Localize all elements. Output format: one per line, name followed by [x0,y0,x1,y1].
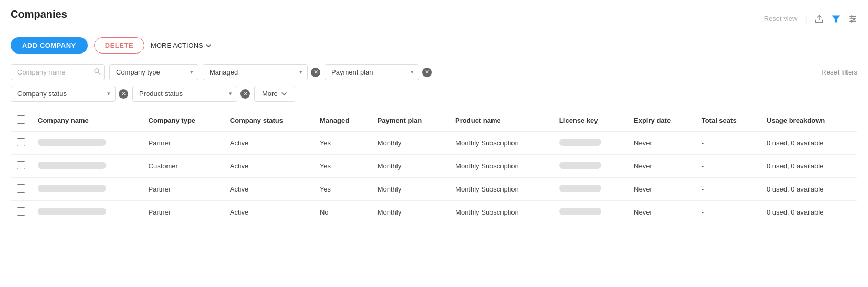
col-company-status: Company status [224,110,313,131]
cell-company-name [32,131,142,155]
col-usage-breakdown: Usage breakdown [760,110,857,131]
product-status-filter: Product status Active Inactive ▾ [132,86,237,102]
page-title: Companies [11,8,67,20]
col-product-name: Product name [449,110,553,131]
add-company-button[interactable]: ADD COMPANY [11,37,88,54]
cell-company-type: Partner [142,201,224,224]
filter-icon [831,14,841,24]
company-status-select[interactable]: Company status Active Inactive [11,86,116,102]
product-status-select[interactable]: Product status Active Inactive [132,86,237,102]
company-status-clear-button[interactable]: ✕ [119,89,128,99]
export-icon [814,14,824,24]
cell-company-status: Active [224,178,313,201]
cell-company-status: Active [224,131,313,155]
export-icon-button[interactable] [814,14,824,24]
col-expiry-date: Expiry date [628,110,695,131]
divider: | [804,13,807,24]
cell-expiry-date: Never [628,131,695,155]
cell-total-seats: - [695,178,760,201]
row-checkbox[interactable] [17,207,25,216]
svg-point-5 [851,16,852,17]
cell-company-name [32,155,142,178]
col-company-type: Company type [142,110,224,131]
cell-managed: No [313,201,371,224]
more-filters-button[interactable]: More [254,86,295,102]
managed-filter: Managed Yes No ▾ [203,64,308,80]
col-license-key: License key [553,110,628,131]
cell-product-name: Monthly Subscription [449,131,553,155]
companies-table: Company name Company type Company status… [11,110,857,224]
delete-button[interactable]: DELETE [94,37,144,54]
payment-plan-filter: Payment plan Monthly Annual ▾ [325,64,419,80]
more-chevron-icon [281,91,287,97]
row-checkbox[interactable] [17,184,25,193]
cell-license-key [553,155,628,178]
managed-clear-button[interactable]: ✕ [311,68,320,77]
company-status-filter: Company status Active Inactive ▾ [11,86,116,102]
cell-company-name [32,178,142,201]
cell-usage-breakdown: 0 used, 0 available [760,155,857,178]
reset-view-link[interactable]: Reset view [764,15,798,23]
payment-plan-select[interactable]: Payment plan Monthly Annual [325,64,419,80]
col-payment-plan: Payment plan [371,110,449,131]
cell-managed: Yes [313,155,371,178]
cell-company-name [32,201,142,224]
company-type-filter: Company type Partner Customer ▾ [109,64,198,80]
cell-expiry-date: Never [628,155,695,178]
more-actions-chevron-icon [205,42,212,49]
cell-total-seats: - [695,201,760,224]
col-total-seats: Total seats [695,110,760,131]
col-company-name: Company name [32,110,142,131]
filter-icon-button[interactable] [831,14,841,24]
table-row: Partner Active Yes Monthly Monthly Subsc… [11,131,857,155]
cell-managed: Yes [313,131,371,155]
cell-managed: Yes [313,178,371,201]
more-filters-wrap: More [254,86,295,102]
settings-icon [848,14,857,24]
cell-payment-plan: Monthly [371,131,449,155]
cell-product-name: Monthly Subscription [449,155,553,178]
cell-payment-plan: Monthly [371,178,449,201]
cell-license-key [553,178,628,201]
svg-point-6 [853,18,855,19]
svg-point-7 [851,20,852,22]
payment-plan-clear-button[interactable]: ✕ [422,68,432,77]
row-checkbox[interactable] [17,161,25,169]
cell-total-seats: - [695,131,760,155]
cell-payment-plan: Monthly [371,155,449,178]
cell-usage-breakdown: 0 used, 0 available [760,178,857,201]
company-type-select[interactable]: Company type Partner Customer [109,64,198,80]
row-checkbox[interactable] [17,138,25,146]
managed-select[interactable]: Managed Yes No [203,64,308,80]
company-name-input[interactable] [11,64,105,80]
table-row: Partner Active No Monthly Monthly Subscr… [11,201,857,224]
settings-icon-button[interactable] [848,14,857,24]
company-name-filter [11,64,105,80]
cell-usage-breakdown: 0 used, 0 available [760,201,857,224]
cell-company-status: Active [224,201,313,224]
cell-company-type: Partner [142,131,224,155]
cell-expiry-date: Never [628,178,695,201]
companies-table-container: Company name Company type Company status… [11,110,857,224]
table-row: Customer Active Yes Monthly Monthly Subs… [11,155,857,178]
cell-usage-breakdown: 0 used, 0 available [760,131,857,155]
cell-product-name: Monthly Subscription [449,201,553,224]
svg-marker-1 [832,16,840,22]
cell-company-type: Customer [142,155,224,178]
table-row: Partner Active Yes Monthly Monthly Subsc… [11,178,857,201]
col-managed: Managed [313,110,371,131]
cell-license-key [553,131,628,155]
product-status-clear-button[interactable]: ✕ [240,89,250,99]
cell-payment-plan: Monthly [371,201,449,224]
select-all-checkbox[interactable] [17,115,25,124]
cell-total-seats: - [695,155,760,178]
cell-company-status: Active [224,155,313,178]
reset-filters-button[interactable]: Reset filters [821,68,857,76]
cell-license-key [553,201,628,224]
cell-expiry-date: Never [628,201,695,224]
more-actions-button[interactable]: MORE ACTIONS [151,41,212,49]
cell-product-name: Monthly Subscription [449,178,553,201]
cell-company-type: Partner [142,178,224,201]
